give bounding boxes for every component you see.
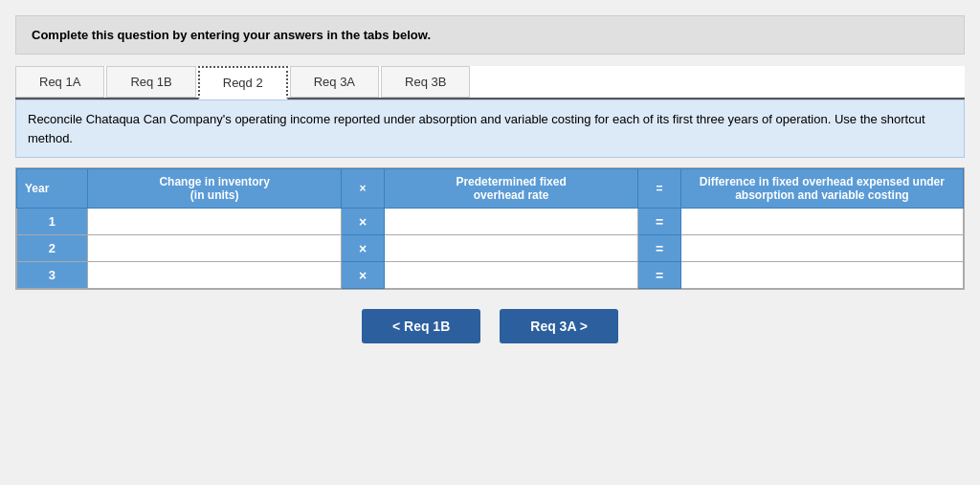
prev-button[interactable]: < Req 1B — [362, 309, 480, 343]
operator2-header: = — [638, 169, 680, 209]
buttons-row: < Req 1B Req 3A > — [15, 309, 965, 343]
year-header: Year — [17, 169, 88, 209]
operator1-cell-1: × — [342, 209, 384, 235]
overhead-rate-input-1[interactable] — [384, 209, 638, 235]
next-button[interactable]: Req 3A > — [500, 309, 618, 343]
year-label-3: 3 — [17, 262, 88, 289]
operator1-header: × — [342, 169, 384, 209]
year-label-2: 2 — [17, 235, 88, 262]
difference-field-1[interactable] — [689, 212, 955, 231]
description-text: Reconcile Chataqua Can Company's operati… — [28, 112, 925, 145]
change-inventory-field-2[interactable] — [96, 239, 334, 257]
operator1-cell-3: × — [342, 262, 384, 289]
overhead-rate-input-2[interactable] — [384, 235, 638, 262]
table-row: 2 × = — [17, 235, 964, 262]
difference-input-2[interactable] — [680, 235, 963, 262]
change-inventory-input-2[interactable] — [87, 235, 342, 262]
col2-header: Predetermined fixedoverhead rate — [384, 169, 638, 209]
tab-req1a[interactable]: Req 1A — [15, 66, 104, 98]
tab-req3a[interactable]: Req 3A — [290, 66, 379, 98]
tabs-row: Req 1A Req 1B Reqd 2 Req 3A Req 3B — [15, 66, 965, 99]
tab-req3b[interactable]: Req 3B — [381, 66, 470, 98]
year-label-1: 1 — [17, 209, 88, 235]
operator1-cell-2: × — [342, 235, 384, 262]
table-row: 1 × = — [17, 209, 964, 235]
operator2-cell-3: = — [638, 262, 680, 289]
change-inventory-field-3[interactable] — [96, 266, 334, 284]
main-table-container: Year Change in inventory(in units) × Pre… — [15, 167, 965, 290]
change-inventory-field-1[interactable] — [96, 212, 334, 231]
difference-field-2[interactable] — [689, 239, 955, 257]
difference-input-1[interactable] — [680, 209, 963, 235]
difference-field-3[interactable] — [689, 266, 955, 284]
overhead-rate-field-3[interactable] — [392, 266, 631, 284]
overhead-rate-field-1[interactable] — [392, 212, 631, 231]
change-inventory-input-1[interactable] — [87, 209, 342, 235]
operator2-cell-2: = — [638, 235, 680, 262]
tab-reqd2[interactable]: Reqd 2 — [198, 66, 288, 99]
reconciliation-table: Year Change in inventory(in units) × Pre… — [16, 168, 964, 289]
operator2-cell-1: = — [638, 209, 680, 235]
overhead-rate-input-3[interactable] — [384, 262, 638, 289]
tab-req1b[interactable]: Req 1B — [106, 66, 195, 98]
difference-input-3[interactable] — [680, 262, 963, 289]
instruction-banner: Complete this question by entering your … — [15, 15, 965, 55]
description-box: Reconcile Chataqua Can Company's operati… — [15, 99, 965, 158]
overhead-rate-field-2[interactable] — [392, 239, 631, 257]
header-row: Year Change in inventory(in units) × Pre… — [17, 169, 964, 209]
col3-header: Difference in fixed overhead expensed un… — [680, 169, 963, 209]
table-row: 3 × = — [17, 262, 964, 289]
col1-header: Change in inventory(in units) — [87, 169, 342, 209]
change-inventory-input-3[interactable] — [87, 262, 342, 289]
instruction-text: Complete this question by entering your … — [32, 28, 431, 42]
